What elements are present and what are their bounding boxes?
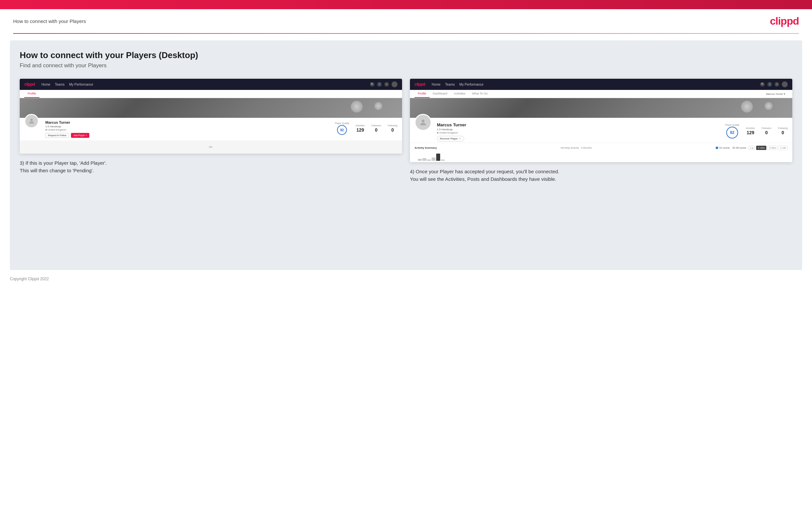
followers-label-right: Followers xyxy=(761,127,771,129)
screenshot-right-col: clippd Home Teams My Performance 🔍 👤 ⚙ xyxy=(410,79,792,183)
legend-on-course: On course xyxy=(716,147,729,149)
tab-profile-right[interactable]: Profile xyxy=(414,90,429,98)
avatar-circle-left xyxy=(24,114,39,128)
player-quality-right: Player Quality 92 xyxy=(725,124,740,138)
stats-row-left: Player Quality 92 Activities 129 Followe… xyxy=(335,120,398,135)
tab-whaton-right[interactable]: What To On xyxy=(469,90,491,98)
player-handicap-left: 1-5 Handicap xyxy=(45,125,328,128)
followers-label-left: Followers xyxy=(371,124,381,127)
copyright-text: Copyright Clippd 2022 xyxy=(10,277,49,281)
caption-3: 3) If this is your Player tap, 'Add Play… xyxy=(20,160,402,174)
pq-label-left: Player Quality xyxy=(335,122,349,124)
followers-value-left: 0 xyxy=(375,127,378,132)
nav-items-right: Home Teams My Performance xyxy=(432,83,754,86)
avatar-container-right xyxy=(414,114,432,131)
following-label-right: Following xyxy=(778,127,788,129)
location-dot-right xyxy=(437,132,439,133)
tab-dashboard-right[interactable]: Dashboard xyxy=(429,90,451,98)
location-dot-left xyxy=(45,129,47,130)
profile-info-left: Marcus Turner 1-5 Handicap United Kingdo… xyxy=(45,120,328,138)
main-heading: How to connect with your Players (Deskto… xyxy=(20,50,792,60)
caption-4-line1: 4) Once your Player has accepted your re… xyxy=(410,169,559,174)
nav-icons-right: 🔍 👤 ⚙ xyxy=(760,81,788,87)
following-stat-left: Following 0 xyxy=(388,124,398,132)
time-tab-3mths[interactable]: 3 mths xyxy=(767,146,777,150)
profile-section-left: Marcus Turner 1-5 Handicap United Kingdo… xyxy=(20,118,402,140)
search-icon-right[interactable]: 🔍 xyxy=(760,82,765,87)
profile-text-right: Marcus Turner 1-5 Handicap United Kingdo… xyxy=(437,120,720,142)
svg-point-1 xyxy=(422,119,425,122)
activities-stat-left: Activities 129 xyxy=(356,124,365,132)
request-follow-button[interactable]: Request to Follow xyxy=(45,133,69,138)
settings-icon-left[interactable]: ⚙ xyxy=(384,82,389,87)
chart-bar-1 xyxy=(418,159,422,161)
search-icon-left[interactable]: 🔍 xyxy=(370,82,374,87)
nav-myperformance-right[interactable]: My Performance xyxy=(459,83,483,86)
player-location-right: United Kingdom xyxy=(437,131,720,134)
caption-3-line2: This will then change to 'Pending'. xyxy=(20,168,94,173)
remove-player-button[interactable]: Remove Player ✕ xyxy=(437,136,464,142)
banner-circle-right-1 xyxy=(741,101,753,113)
nav-icons-left: 🔍 👤 ⚙ xyxy=(370,81,398,87)
screenshot-bottom-left: ✏ xyxy=(20,140,402,154)
activity-period: Monthly Activity · 6 Months xyxy=(561,146,592,149)
app-logo-right: clippd xyxy=(414,82,425,87)
profile-top-right: Marcus Turner 1-5 Handicap United Kingdo… xyxy=(414,120,788,142)
top-bar xyxy=(0,0,812,9)
avatar-container-left xyxy=(24,114,39,128)
settings-icon-right[interactable]: ⚙ xyxy=(774,82,779,87)
chart-bar-2 xyxy=(422,158,426,161)
chart-bar-5 xyxy=(436,154,440,161)
header-logo: clippd xyxy=(770,15,799,27)
time-tab-6mths[interactable]: 6 mths xyxy=(756,146,766,150)
profile-section-right: Marcus Turner 1-5 Handicap United Kingdo… xyxy=(410,118,792,143)
pencil-icon-left: ✏ xyxy=(209,145,213,150)
legend-off-label: Off course xyxy=(736,147,746,149)
following-value-left: 0 xyxy=(391,127,394,132)
followers-value-right: 0 xyxy=(765,130,768,135)
screenshot-left: clippd Home Teams My Performance 🔍 👤 ⚙ xyxy=(20,79,402,154)
time-tab-1yr[interactable]: 1 yr xyxy=(748,146,756,150)
player-name-left: Marcus Turner xyxy=(45,120,328,124)
legend-dot-on xyxy=(716,147,718,149)
pq-circle-left: 92 xyxy=(337,125,347,135)
avatar-left[interactable] xyxy=(392,81,398,87)
tab-activities-right[interactable]: Activities xyxy=(451,90,469,98)
remove-x-icon: ✕ xyxy=(459,137,461,140)
activity-controls: On course Off course 1 yr 6 mths 3 xyxy=(716,146,788,150)
app-tabs-right: Profile Dashboard Activities What To On … xyxy=(410,90,792,98)
legend-dot-off xyxy=(732,147,735,149)
add-player-button[interactable]: Add Player + xyxy=(71,133,89,138)
caption-4-line2: You will see the Activities, Posts and D… xyxy=(410,176,556,182)
location-text-left: United Kingdom xyxy=(48,128,66,131)
legend-off-course: Off course xyxy=(732,147,746,149)
screenshot-left-col: clippd Home Teams My Performance 🔍 👤 ⚙ xyxy=(20,79,402,183)
activities-value-right: 129 xyxy=(747,130,754,135)
page-header: How to connect with your Players clippd xyxy=(0,9,812,33)
main-subheading: Find and connect with your Players xyxy=(20,62,792,69)
nav-myperformance-left[interactable]: My Performance xyxy=(69,83,93,86)
user-icon-right[interactable]: 👤 xyxy=(767,82,772,87)
nav-items-left: Home Teams My Performance xyxy=(41,83,363,86)
nav-teams-right[interactable]: Teams xyxy=(445,83,455,86)
time-tab-1mth[interactable]: 1 mth xyxy=(778,146,788,150)
app-nav-left: clippd Home Teams My Performance 🔍 👤 ⚙ xyxy=(20,79,402,90)
name-dropdown-right[interactable]: Marcus Turner ▾ xyxy=(763,90,788,98)
avatar-right[interactable] xyxy=(782,81,788,87)
nav-teams-left[interactable]: Teams xyxy=(55,83,64,86)
following-stat-right: Following 0 xyxy=(778,127,788,135)
caption-4-text: 4) Once your Player has accepted your re… xyxy=(410,169,559,182)
svg-point-0 xyxy=(30,119,33,121)
tab-profile-left[interactable]: Profile xyxy=(24,90,39,98)
user-icon-left[interactable]: 👤 xyxy=(377,82,382,87)
activity-legend: On course Off course xyxy=(716,147,746,149)
nav-home-right[interactable]: Home xyxy=(432,83,441,86)
chart-bar-6 xyxy=(441,160,445,161)
nav-home-left[interactable]: Home xyxy=(41,83,50,86)
chart-bar-4 xyxy=(432,158,436,161)
remove-player-label: Remove Player xyxy=(440,137,458,140)
banner-circle-right-2 xyxy=(765,102,773,110)
activities-label-right: Activities xyxy=(746,127,755,129)
chart-area xyxy=(414,152,788,161)
chart-bar-3 xyxy=(427,160,431,161)
